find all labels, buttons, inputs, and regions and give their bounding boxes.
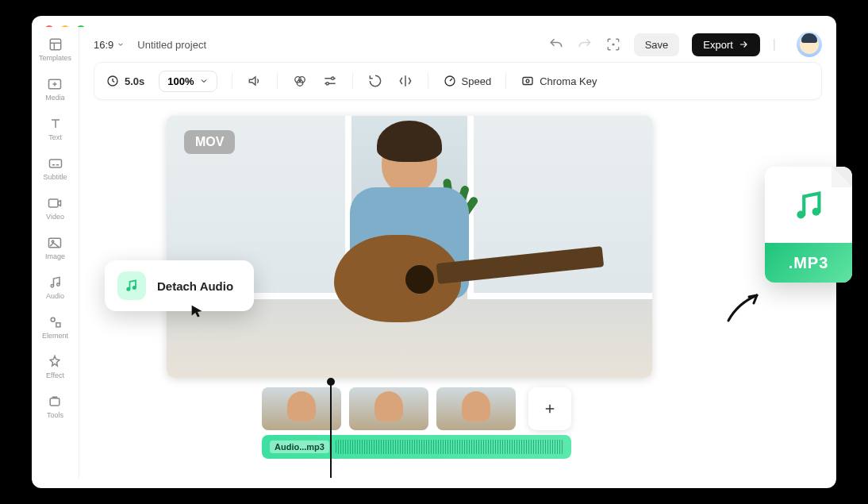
aspect-ratio-dropdown[interactable]: 16:9 <box>94 39 125 51</box>
toolbar-separator <box>277 72 278 90</box>
svg-point-23 <box>797 211 805 219</box>
subtitle-icon <box>48 156 63 171</box>
redo-button[interactable] <box>577 37 593 52</box>
element-icon <box>48 314 63 330</box>
mp3-file-card: .MP3 <box>765 167 852 283</box>
sidebar-label: Subtitle <box>43 173 67 181</box>
volume-button[interactable] <box>247 73 263 89</box>
save-button[interactable]: Save <box>634 33 680 56</box>
svg-point-11 <box>613 44 614 45</box>
sidebar-item-subtitle[interactable]: Subtitle <box>43 156 67 181</box>
sidebar-item-effect[interactable]: Effect <box>46 354 64 379</box>
music-note-icon <box>117 271 146 300</box>
adjust-button[interactable] <box>322 73 338 89</box>
timeline <box>262 387 571 430</box>
video-icon <box>47 195 63 211</box>
media-icon <box>47 76 63 92</box>
svg-point-17 <box>326 83 328 85</box>
sidebar-label: Effect <box>46 371 64 379</box>
toolbar-separator <box>352 72 353 90</box>
svg-point-16 <box>331 77 333 79</box>
titlebar <box>32 16 836 27</box>
format-badge: MOV <box>184 130 235 154</box>
project-title[interactable]: Untitled project <box>137 39 206 51</box>
timeline-clip[interactable] <box>262 387 341 430</box>
app-window: Templates Media Text Subtitle Video Imag… <box>32 16 836 488</box>
music-note-icon <box>765 187 852 224</box>
svg-point-20 <box>526 79 529 83</box>
sidebar-item-text[interactable]: Text <box>48 116 63 141</box>
text-icon <box>48 116 63 132</box>
svg-rect-19 <box>523 78 532 85</box>
audio-icon <box>48 275 63 290</box>
svg-rect-9 <box>56 323 60 327</box>
svg-rect-3 <box>49 199 59 207</box>
svg-rect-2 <box>49 160 61 167</box>
chroma-key-button[interactable]: Chroma Key <box>520 74 597 88</box>
playhead[interactable] <box>330 381 332 478</box>
add-clip-button[interactable] <box>528 387 571 430</box>
speed-button[interactable]: Speed <box>443 74 492 88</box>
speed-icon <box>443 74 457 88</box>
sidebar-item-video[interactable]: Video <box>46 195 64 221</box>
svg-point-21 <box>127 288 129 290</box>
waveform <box>336 440 563 454</box>
speed-label: Speed <box>462 75 492 87</box>
svg-point-24 <box>812 208 820 216</box>
audio-clip-label: Audio...mp3 <box>270 441 329 453</box>
svg-rect-0 <box>50 39 60 49</box>
user-avatar[interactable] <box>797 32 822 57</box>
zoom-dropdown[interactable]: 100% <box>159 71 217 92</box>
sidebar-label: Text <box>48 133 62 141</box>
toolbar-separator <box>505 72 506 90</box>
sidebar-item-tools[interactable]: Tools <box>47 394 63 419</box>
svg-rect-10 <box>51 398 60 406</box>
aspect-ratio-value: 16:9 <box>94 39 113 51</box>
sidebar-label: Media <box>45 94 65 102</box>
sidebar-item-image[interactable]: Image <box>45 235 65 260</box>
left-sidebar: Templates Media Text Subtitle Video Imag… <box>32 27 79 479</box>
svg-point-22 <box>133 287 136 289</box>
time-display[interactable]: 5.0s <box>106 74 144 88</box>
svg-point-7 <box>56 283 59 286</box>
color-filter-button[interactable] <box>292 73 308 89</box>
audio-clip[interactable]: Audio...mp3 <box>262 435 571 459</box>
sidebar-label: Templates <box>39 54 71 62</box>
mp3-extension-label: .MP3 <box>765 243 852 283</box>
focus-button[interactable] <box>605 37 621 52</box>
templates-icon <box>48 37 63 52</box>
sidebar-label: Image <box>45 252 65 260</box>
sidebar-item-templates[interactable]: Templates <box>39 37 71 62</box>
toolbar-separator <box>428 72 428 90</box>
video-preview[interactable]: MOV <box>167 116 652 378</box>
time-value: 5.0s <box>125 75 144 87</box>
sidebar-item-media[interactable]: Media <box>45 76 65 102</box>
toolbar-separator <box>232 72 232 90</box>
rotate-button[interactable] <box>367 73 383 89</box>
plus-icon <box>543 402 557 416</box>
svg-point-8 <box>51 317 55 321</box>
detach-audio-menu-item[interactable]: Detach Audio <box>105 260 254 311</box>
export-label: Export <box>703 39 733 51</box>
flip-button[interactable] <box>398 73 413 89</box>
export-button[interactable]: Export <box>692 33 760 56</box>
sidebar-label: Video <box>46 213 64 221</box>
chroma-key-icon <box>520 74 535 88</box>
sidebar-item-audio[interactable]: Audio <box>46 275 64 300</box>
arrow-icon <box>722 287 770 327</box>
sidebar-item-element[interactable]: Element <box>42 314 68 340</box>
canvas-area: MOV Detach Audio .MP3 <box>79 110 836 479</box>
effect-icon <box>47 354 63 370</box>
image-icon <box>47 235 63 251</box>
tools-icon <box>47 394 63 410</box>
svg-point-6 <box>51 285 53 287</box>
sidebar-label: Audio <box>46 292 64 300</box>
detach-audio-label: Detach Audio <box>157 279 233 293</box>
sidebar-label: Element <box>42 332 68 340</box>
toolbar: 5.0s 100% Speed <box>94 62 822 100</box>
timeline-clip[interactable] <box>436 387 516 430</box>
timeline-clip[interactable] <box>349 387 428 430</box>
sidebar-label: Tools <box>47 411 63 419</box>
topbar: 16:9 Untitled project Save Export | <box>79 27 836 62</box>
undo-button[interactable] <box>548 37 564 52</box>
